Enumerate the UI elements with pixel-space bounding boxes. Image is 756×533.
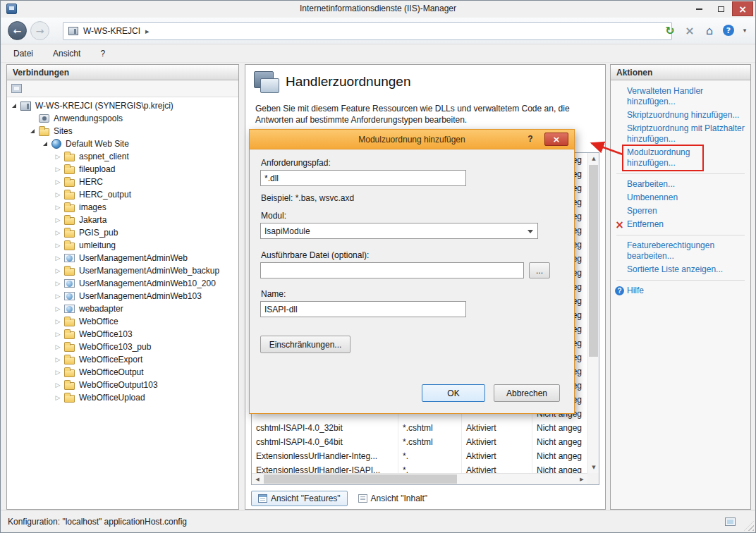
tree-expander-icon[interactable]	[54, 190, 62, 199]
maximize-button[interactable]	[710, 1, 731, 16]
resize-grip-icon[interactable]	[744, 521, 754, 531]
tree-item[interactable]: WebOffice	[7, 315, 238, 328]
tree-item[interactable]: WebOfficeOutput	[7, 366, 238, 379]
view-tab[interactable]: Ansicht "Features"	[251, 491, 348, 506]
back-button[interactable]	[8, 21, 27, 40]
view-tab[interactable]: Ansicht "Inhalt"	[352, 491, 434, 506]
tree-expander-icon[interactable]	[54, 368, 62, 376]
table-row[interactable]: cshtml-ISAPI-4.0_64bit *.cshtml Aktivier…	[252, 435, 587, 449]
tree-expander-icon[interactable]	[28, 127, 37, 135]
tree-expander-icon[interactable]	[54, 330, 62, 338]
action-item-label[interactable]: Skriptzuordnung mit Platzhalter hinzufüg…	[627, 123, 745, 145]
scroll-left-icon[interactable]	[252, 474, 263, 485]
menu-item[interactable]: Datei	[13, 49, 33, 59]
tree-item[interactable]: aspnet_client	[7, 150, 238, 163]
action-item-label[interactable]: Entfernen	[627, 219, 664, 230]
tree-item[interactable]: UserManagementAdminWeb10_200	[7, 277, 238, 290]
tree-expander-icon[interactable]	[10, 102, 18, 110]
action-item-label[interactable]: Verwalteten Handler hinzufügen...	[627, 86, 745, 107]
vertical-scrollbar[interactable]	[587, 153, 599, 473]
tree-expander-icon[interactable]	[54, 152, 62, 161]
tree-item[interactable]: Sites	[7, 125, 238, 137]
tree-expander-icon[interactable]	[54, 292, 62, 300]
action-item[interactable]: Sperren	[611, 204, 750, 218]
refresh-icon[interactable]	[664, 24, 676, 37]
tree-expander-icon[interactable]	[54, 165, 62, 173]
tree-item[interactable]: umleitung	[7, 239, 238, 252]
tree-item[interactable]: WebOfficeOutput103	[7, 379, 238, 391]
tree-expander-icon[interactable]	[28, 114, 37, 123]
tree-expander-icon[interactable]	[54, 305, 62, 313]
home-icon[interactable]	[703, 24, 716, 37]
action-item-label[interactable]: Hilfe	[627, 286, 644, 296]
close-button[interactable]	[732, 1, 753, 16]
scroll-down-icon[interactable]	[588, 462, 599, 473]
action-item[interactable]: Sortierte Liste anzeigen...	[611, 263, 750, 276]
tree-expander-icon[interactable]	[54, 241, 62, 250]
scroll-up-icon[interactable]	[588, 153, 599, 164]
action-item-label[interactable]: Sperren	[627, 206, 657, 216]
scroll-right-icon[interactable]	[576, 474, 587, 485]
dialog-close-button[interactable]	[544, 133, 568, 146]
horizontal-scroll-thumb[interactable]	[264, 474, 457, 484]
tree-item[interactable]: Jakarta	[7, 214, 238, 226]
tree-item[interactable]: WebOffice103_pub	[7, 341, 238, 353]
tree-expander-icon[interactable]	[54, 228, 62, 237]
action-item[interactable]: Modulzuordnung hinzufügen...	[611, 146, 750, 170]
menu-item[interactable]: Ansicht	[53, 49, 80, 59]
tree-expander-icon[interactable]	[54, 317, 62, 326]
stop-icon[interactable]	[683, 24, 696, 37]
action-item[interactable]: Skriptzuordnung hinzufügen...	[611, 109, 750, 122]
tree-expander-icon[interactable]	[54, 343, 62, 351]
tree-expander-icon[interactable]	[54, 203, 62, 212]
help-icon[interactable]	[723, 25, 734, 36]
chevron-right-icon[interactable]	[145, 26, 150, 36]
tree-item[interactable]: WebOfficeExport	[7, 353, 238, 366]
tree-expander-icon[interactable]	[54, 266, 62, 275]
action-item[interactable]: Umbenennen	[611, 191, 750, 204]
tree-item[interactable]: UserManagementAdminWeb103	[7, 290, 238, 302]
restrictions-button[interactable]: Einschränkungen...	[260, 336, 350, 353]
action-item-label[interactable]: Skriptzuordnung hinzufügen...	[627, 110, 739, 121]
tree-expander-icon[interactable]	[41, 140, 49, 148]
tree-item[interactable]: HERC_output	[7, 188, 238, 201]
tree-item[interactable]: W-WS-KREJCI (SYNERGIS\p.krejci)	[7, 99, 238, 112]
tree-item[interactable]: PGIS_pub	[7, 226, 238, 239]
tree-item[interactable]: HERC	[7, 176, 238, 188]
tree-expander-icon[interactable]	[54, 254, 62, 262]
action-item[interactable]: Bearbeiten...	[611, 178, 750, 191]
breadcrumb[interactable]: W-WS-KREJCI	[63, 22, 672, 40]
action-item[interactable]: Hilfe	[611, 284, 750, 298]
dialog-help-button[interactable]: ?	[525, 134, 536, 145]
table-row[interactable]: ExtensionlessUrlHandler-ISAPI... *. Akti…	[252, 463, 587, 473]
tree-expander-icon[interactable]	[54, 381, 62, 389]
name-input[interactable]	[260, 301, 466, 317]
browse-button[interactable]: ...	[529, 262, 550, 278]
tree-expander-icon[interactable]	[54, 178, 62, 186]
breadcrumb-item[interactable]: W-WS-KREJCI	[83, 26, 140, 36]
action-item[interactable]: Featureberechtigungen bearbeiten...	[611, 239, 750, 263]
minimize-button[interactable]	[688, 1, 709, 16]
table-row[interactable]: ExtensionlessUrlHandler-Integ... *. Akti…	[252, 449, 587, 463]
executable-input[interactable]	[260, 262, 524, 278]
tree-expander-icon[interactable]	[54, 393, 62, 402]
tree-item[interactable]: UserManagementAdminWeb_backup	[7, 264, 238, 277]
tree-expander-icon[interactable]	[54, 279, 62, 288]
tree-item[interactable]: UserManagementAdminWeb	[7, 252, 238, 264]
connections-toolbar-icon[interactable]	[11, 84, 22, 93]
cancel-button[interactable]: Abbrechen	[494, 384, 560, 402]
action-item[interactable]: Skriptzuordnung mit Platzhalter hinzufüg…	[611, 122, 750, 146]
tree-expander-icon[interactable]	[54, 216, 62, 224]
action-item[interactable]: Entfernen	[611, 218, 750, 231]
tree-item[interactable]: Default Web Site	[7, 137, 238, 150]
action-item-label[interactable]: Bearbeiten...	[627, 179, 675, 190]
tree-item[interactable]: webadapter	[7, 302, 238, 315]
action-item-label[interactable]: Modulzuordnung hinzufügen...	[622, 145, 704, 171]
ok-button[interactable]: OK	[422, 384, 485, 402]
vertical-scroll-thumb[interactable]	[589, 165, 598, 357]
table-row[interactable]: cshtml-ISAPI-4.0_32bit *.cshtml Aktivier…	[252, 421, 587, 435]
action-item-label[interactable]: Sortierte Liste anzeigen...	[627, 264, 723, 275]
action-item[interactable]: Verwalteten Handler hinzufügen...	[611, 85, 750, 109]
tree-item[interactable]: WebOffice103	[7, 328, 238, 341]
tree-item[interactable]: images	[7, 201, 238, 214]
